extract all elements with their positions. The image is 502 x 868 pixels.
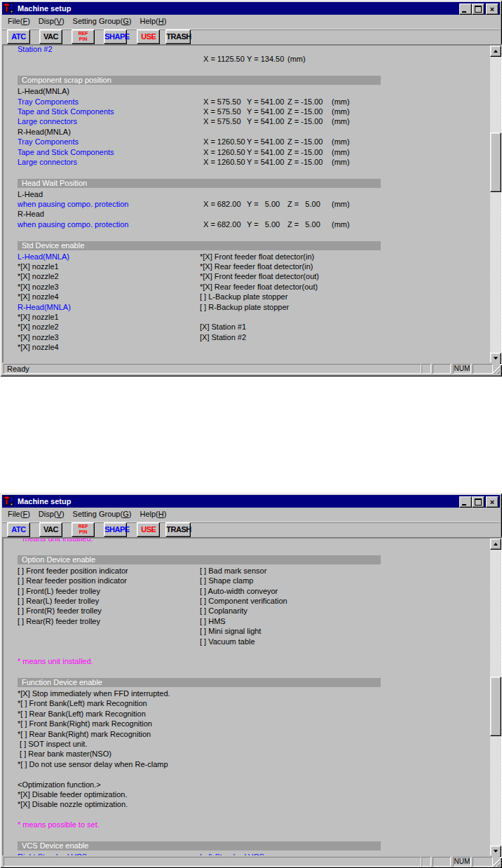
content-row: *[X] Stop immediately when FFD interrupt… — [4, 689, 490, 698]
row-label[interactable]: Station #2 — [18, 46, 53, 53]
content-row — [4, 646, 490, 656]
content-row: Tape and Stick Components X = 1260.50Y =… — [4, 147, 490, 157]
coord-x: X = 575.50 — [203, 107, 247, 116]
close-icon: × — [490, 6, 494, 13]
row-label: * means unit installed. — [18, 657, 93, 665]
content-row — [4, 167, 490, 177]
maximize-button[interactable] — [472, 496, 484, 508]
content-row: [ ] Rear(L) feeder trolley [ ] Component… — [4, 596, 490, 606]
coord-unit: (mm) — [332, 137, 350, 146]
menu-item-file[interactable]: File(F) — [8, 510, 30, 518]
content-row: [ ] Rear bank master(NSO) — [4, 749, 490, 759]
row-right-text: *[X] Rear feeder float detector(out) — [200, 283, 318, 291]
toolbar-button-ref-pin[interactable]: REFPIN — [72, 522, 95, 537]
menu-item-disp[interactable]: Disp(V) — [39, 17, 65, 25]
row-label[interactable]: Tray Components — [18, 97, 79, 106]
scroll-up-button[interactable] — [490, 538, 501, 550]
row-label[interactable]: Large connectors — [18, 158, 77, 166]
close-button[interactable]: × — [486, 496, 498, 508]
row-label[interactable]: Tape and Stick Components — [18, 148, 114, 156]
minimize-button[interactable] — [459, 496, 472, 508]
row-label[interactable]: when pausing compo. protection — [18, 220, 128, 229]
content-row — [4, 353, 490, 362]
content-row: *[ ] Rear Bank(Left) mark Recognition — [4, 709, 490, 719]
row-label: L-Head — [18, 190, 43, 198]
minimize-button[interactable] — [459, 4, 472, 15]
page: Machine setup × File(F) Disp(V) Setting … — [0, 0, 502, 868]
toolbar-button-vac[interactable]: VAC — [39, 29, 62, 44]
menu-item-help[interactable]: Help(H) — [140, 510, 166, 518]
toolbar-button-use[interactable]: USE — [137, 522, 160, 537]
row-label: [ ] SOT inspect unit. — [18, 740, 87, 748]
scroll-thumb[interactable] — [490, 133, 501, 192]
coord-y: Y = 541.00 — [247, 97, 287, 106]
coordinates: X = 1260.50Y = 541.00Z = -15.00(mm) — [203, 148, 350, 156]
coord-z: Z = -15.00 — [287, 158, 332, 166]
app-icon — [4, 496, 15, 507]
row-label: *[X] nozzle2 — [18, 323, 59, 331]
menu-item-setting-group[interactable]: Setting Group(G) — [73, 17, 132, 25]
toolbar-button-shape[interactable]: SHAPE — [104, 522, 127, 537]
title-bar-buttons: × — [459, 496, 498, 508]
menu-item-help[interactable]: Help(H) — [140, 17, 166, 25]
row-label[interactable]: Tray Components — [18, 137, 79, 146]
close-button[interactable]: × — [486, 4, 498, 15]
content-row: R-Head — [4, 209, 490, 219]
row-label: *[X] nozzle3 — [18, 333, 59, 341]
row-label[interactable]: Tape and Stick Components — [18, 107, 114, 116]
row-label: Std Device enable — [18, 241, 381, 250]
content-row: *[X] nozzle2 [X] Station #1 — [4, 322, 490, 332]
content-row — [4, 810, 490, 820]
vertical-scrollbar[interactable] — [490, 538, 501, 857]
status-panel — [421, 857, 431, 867]
row-right-text: [ ] L-Backup plate stopper — [200, 292, 287, 301]
coordinates: X = 682.00Y = 5.00Z = 5.00(mm) — [203, 200, 350, 208]
menu-item-disp[interactable]: Disp(V) — [39, 510, 65, 518]
row-label: [ ] Front(L) feeder trolley — [18, 587, 100, 595]
row-label: R-Head(MNLA) — [18, 128, 71, 136]
toolbar-button-use[interactable]: USE — [137, 29, 160, 44]
toolbar-button-trash[interactable]: TRASH — [165, 29, 191, 44]
coord-z: Z = -15.00 — [287, 107, 332, 116]
content-row: * means unit installed. — [4, 656, 490, 666]
content-row: *[X] nozzle4 [ ] L-Backup plate stopper — [4, 292, 490, 301]
row-label: <Optimization function.> — [18, 780, 101, 789]
coord-unit: (mm) — [332, 148, 350, 156]
arrow-up-icon — [494, 50, 498, 53]
coordinates: X = 682.00Y = 5.00Z = 5.00(mm) — [203, 220, 350, 229]
coord-unit: (mm) — [332, 220, 350, 229]
row-right-text: [X] Station #1 — [200, 323, 246, 331]
coord-y: Y = 541.00 — [247, 137, 287, 146]
arrow-down-icon — [494, 357, 498, 360]
maximize-button[interactable] — [472, 4, 484, 15]
coordinates: X = 1260.50Y = 541.00Z = -15.00(mm) — [203, 158, 350, 166]
content-row — [4, 830, 490, 840]
row-label: VCS Device enable — [18, 841, 381, 850]
row-label[interactable]: R-Head(MNLA) — [18, 303, 71, 311]
coordinates: X = 1125.50Y = 134.50(mm) — [203, 55, 306, 63]
window-title: Machine setup — [18, 497, 71, 506]
row-label: [ ] Rear feeder position indicator — [18, 576, 127, 585]
menu-item-file[interactable]: File(F) — [8, 17, 30, 25]
vertical-scrollbar[interactable] — [490, 46, 501, 364]
title-bar[interactable]: Machine setup × — [2, 495, 500, 508]
coord-x: X = 1260.50 — [203, 137, 247, 146]
toolbar-button-vac[interactable]: VAC — [39, 522, 62, 537]
title-bar[interactable]: Machine setup × — [2, 2, 500, 15]
row-label[interactable]: L-Head(MNLA) — [18, 252, 69, 261]
toolbar-button-shape[interactable]: SHAPE — [104, 29, 127, 44]
scroll-thumb[interactable] — [490, 677, 501, 736]
row-label[interactable]: Large connectors — [18, 117, 77, 126]
app-icon — [4, 3, 15, 14]
scroll-up-button[interactable] — [490, 46, 501, 57]
toolbar-button-atc[interactable]: ATC — [7, 29, 30, 44]
row-label: L-Head(MNLA) — [18, 87, 69, 95]
row-label[interactable]: when pausing compo. protection — [18, 200, 128, 208]
toolbar-button-ref-pin[interactable]: REFPIN — [72, 29, 95, 44]
toolbar-button-atc[interactable]: ATC — [7, 522, 30, 537]
row-label: *[ ] Front Bank(Left) mark Recognition — [18, 699, 147, 707]
menu-item-setting-group[interactable]: Setting Group(G) — [73, 510, 132, 518]
status-panel — [433, 857, 451, 867]
content-view: * means unit installed. Option Device en… — [2, 537, 502, 858]
toolbar-button-trash[interactable]: TRASH — [165, 522, 191, 537]
